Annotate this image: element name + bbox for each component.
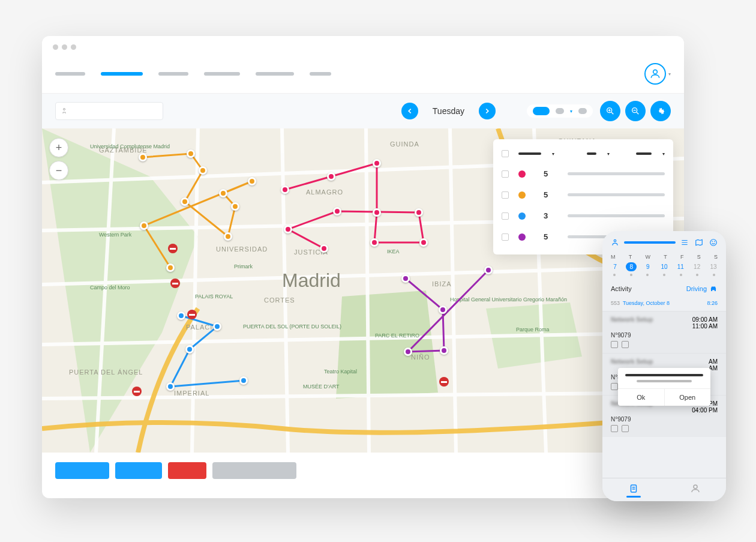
route-stop[interactable] (248, 177, 256, 185)
legend-checkbox[interactable] (502, 212, 509, 220)
legend-row[interactable]: 5 (493, 184, 673, 205)
route-stop[interactable] (231, 202, 239, 211)
phone-date[interactable]: 10 (659, 262, 670, 271)
legend-checkbox[interactable] (502, 233, 509, 241)
calendar-icon (611, 341, 618, 348)
nav-item-1[interactable] (101, 72, 143, 76)
zoom-out-button[interactable] (625, 101, 646, 121)
nav-item-2[interactable] (158, 72, 188, 76)
phone-date[interactable]: 12 (692, 262, 703, 271)
route-stop[interactable] (281, 185, 289, 194)
map-icon[interactable] (695, 238, 703, 247)
route-stop[interactable] (401, 274, 410, 283)
bottom-block-1[interactable] (115, 462, 162, 479)
route-stop[interactable] (419, 238, 428, 247)
phone-date[interactable]: 11 (675, 262, 686, 271)
svg-point-23 (694, 485, 697, 489)
phone-activity-item[interactable]: Network Setup09:00 AM11:00 AMN°9079 (602, 311, 726, 353)
phone-date[interactable]: 8 (626, 262, 637, 271)
nav-item-5[interactable] (310, 72, 331, 76)
route-stop[interactable] (373, 208, 381, 217)
legend-bar (568, 193, 665, 196)
popup-ok-button[interactable]: Ok (618, 389, 665, 406)
route-stop[interactable] (327, 172, 335, 181)
route-planner-window: ▾ Tuesday ▾ (42, 36, 684, 498)
attachment-icon (622, 341, 629, 348)
route-stop[interactable] (404, 348, 412, 356)
phone-date[interactable]: 7 (610, 262, 620, 271)
route-stop[interactable] (415, 208, 423, 217)
route-stop[interactable] (139, 153, 147, 161)
svg-line-7 (637, 112, 638, 114)
phone-date[interactable]: 9 (643, 262, 653, 271)
phone-header (602, 231, 726, 251)
route-stop[interactable] (484, 266, 493, 274)
prev-day-button[interactable] (401, 103, 418, 119)
route-stop[interactable] (187, 149, 195, 158)
legend-select-all[interactable] (502, 150, 509, 157)
route-stop[interactable] (439, 306, 447, 314)
activity-label: Activity (611, 285, 632, 292)
list-icon[interactable] (680, 238, 689, 247)
bottom-action-bar (42, 453, 684, 489)
route-stop[interactable] (213, 322, 221, 331)
zoom-in-button[interactable] (600, 101, 620, 121)
legend-checkbox[interactable] (502, 191, 509, 199)
route-stop[interactable] (181, 197, 189, 206)
svg-line-3 (611, 112, 613, 114)
date-navigator: Tuesday (401, 103, 496, 119)
phone-date[interactable]: 13 (708, 262, 719, 271)
route-stop[interactable] (185, 345, 194, 354)
bottom-block-0[interactable] (55, 462, 109, 479)
nav-item-0[interactable] (55, 72, 85, 76)
route-stop[interactable] (219, 189, 227, 197)
calendar-icon (611, 383, 618, 390)
nav-item-3[interactable] (204, 72, 240, 76)
legend-row[interactable]: 5 (493, 163, 673, 184)
legend-checkbox[interactable] (502, 170, 509, 178)
window-traffic-lights (42, 36, 684, 58)
route-stop[interactable] (440, 346, 448, 355)
smile-icon[interactable] (709, 238, 718, 247)
settings-button[interactable] (650, 101, 671, 121)
route-stop[interactable] (199, 166, 207, 175)
calendar-icon (611, 425, 618, 432)
route-stop[interactable] (370, 238, 379, 247)
route-stop[interactable] (284, 225, 292, 233)
svg-point-15 (710, 239, 717, 246)
profile-avatar[interactable] (644, 63, 666, 85)
next-day-button[interactable] (479, 103, 496, 119)
legend-count: 5 (544, 169, 552, 178)
route-stop[interactable] (333, 207, 341, 215)
route-stop[interactable] (166, 263, 175, 272)
no-entry-icon (170, 279, 180, 288)
map-zoom-control: + − (49, 138, 68, 180)
phone-tab-activity[interactable] (602, 478, 664, 501)
route-stop[interactable] (177, 312, 185, 320)
map-zoom-out[interactable]: − (49, 161, 68, 180)
route-stop[interactable] (239, 376, 248, 385)
map[interactable]: Madrid GAZTAMBIDEALMAGROGUINDAQUINTANAUN… (42, 128, 684, 453)
phone-week-header: MTWTFSS (602, 251, 726, 261)
map-zoom-in[interactable]: + (49, 138, 68, 157)
route-stop[interactable] (166, 382, 175, 391)
view-toggle[interactable]: ▾ (527, 104, 593, 118)
route-stop[interactable] (373, 159, 381, 167)
legend-count: 3 (544, 211, 552, 220)
bottom-block-2[interactable] (168, 462, 206, 479)
route-stop[interactable] (224, 232, 232, 241)
legend-row[interactable]: 3 (493, 205, 673, 226)
svg-point-17 (714, 241, 715, 242)
bottom-block-3[interactable] (212, 462, 296, 479)
legend-color-dot (518, 170, 526, 178)
phone-popup: Ok Open (618, 368, 710, 406)
svg-marker-14 (696, 239, 703, 245)
phone-tab-profile[interactable] (664, 478, 726, 501)
search-input[interactable] (55, 102, 163, 120)
route-stop[interactable] (140, 221, 148, 230)
svg-point-16 (712, 241, 713, 242)
no-entry-icon (132, 387, 142, 396)
nav-item-4[interactable] (256, 72, 294, 76)
popup-open-button[interactable]: Open (665, 389, 711, 406)
route-stop[interactable] (320, 244, 328, 253)
